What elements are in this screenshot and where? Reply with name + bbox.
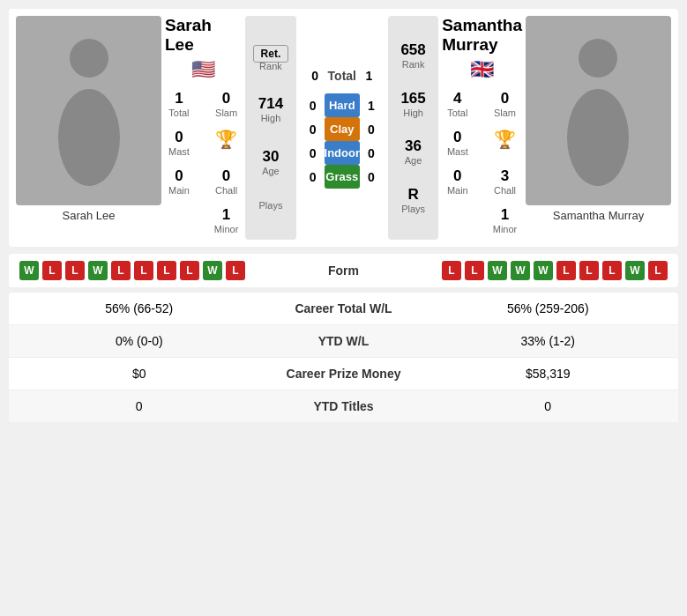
form-badge-L: L bbox=[111, 261, 131, 280]
surfaces-col: 0 Total 1 0 Hard 1 0 Clay 0 0 Indoor 0 0… bbox=[300, 16, 385, 240]
bottom-stats: 56% (66-52) Career Total W/L 56% (259-20… bbox=[9, 293, 678, 422]
center-panel: Ret. Rank 714 High 30 Age Plays bbox=[245, 16, 295, 240]
left-player-photo-col: Sarah Lee bbox=[16, 16, 161, 240]
svg-point-0 bbox=[70, 39, 108, 78]
left-chall-lbl: Chall bbox=[215, 185, 237, 196]
svg-point-2 bbox=[579, 39, 617, 78]
left-main-val: 0 bbox=[175, 167, 183, 185]
left-main-item: 0 Main bbox=[165, 162, 193, 201]
left-slam-item: 0 Slam bbox=[211, 85, 243, 123]
stat-right: 56% (259-206) bbox=[432, 301, 665, 315]
right-high-val: 165 bbox=[400, 90, 425, 108]
total-left: 0 bbox=[307, 69, 323, 83]
stat-left: 0 bbox=[23, 399, 256, 413]
form-right: LLWWWLLLWL bbox=[442, 261, 668, 280]
right-player-name-under: Samantha Murray bbox=[553, 209, 644, 222]
right-age-val: 36 bbox=[405, 137, 422, 155]
right-high-lbl: High bbox=[400, 108, 425, 118]
right-slam-val: 0 bbox=[501, 90, 509, 108]
stat-right: 0 bbox=[432, 399, 665, 413]
left-minor-val: 1 bbox=[222, 206, 230, 224]
form-label: Form bbox=[249, 263, 438, 278]
surface-row: 0 Hard 1 bbox=[305, 93, 379, 117]
left-trophy-icon: 🏆 bbox=[215, 129, 237, 150]
right-flag: 🇬🇧 bbox=[470, 58, 494, 81]
left-minor-item: 1 Minor bbox=[211, 201, 243, 240]
left-mast-item: 0 Mast bbox=[165, 123, 193, 162]
surface-row: 0 Grass 0 bbox=[305, 165, 379, 189]
right-slam-lbl: Slam bbox=[494, 108, 516, 118]
form-badge-W: W bbox=[625, 261, 645, 280]
center-plays-lbl: Plays bbox=[259, 200, 283, 211]
stat-center: Career Total W/L bbox=[256, 301, 432, 315]
stat-left: $0 bbox=[23, 367, 256, 381]
form-left: WLLWLLLLWL bbox=[19, 261, 245, 280]
center-plays-item: Plays bbox=[259, 200, 283, 211]
surface-right-score: 1 bbox=[363, 99, 379, 113]
svg-point-1 bbox=[58, 89, 120, 186]
left-total-val: 1 bbox=[175, 90, 183, 108]
left-mast-lbl: Mast bbox=[168, 146, 190, 157]
form-badge-W: W bbox=[488, 261, 507, 280]
right-rank-val: 658 bbox=[400, 41, 425, 59]
form-badge-L: L bbox=[579, 261, 599, 280]
right-trophy-item: 🏆 bbox=[489, 123, 521, 162]
left-player-photo bbox=[16, 16, 161, 205]
right-total-val: 4 bbox=[453, 90, 461, 108]
total-label: Total bbox=[328, 69, 356, 83]
right-chall-val: 3 bbox=[501, 167, 509, 185]
stat-left: 56% (66-52) bbox=[23, 301, 256, 315]
right-high-item: 165 High bbox=[400, 90, 425, 118]
surface-rows: 0 Hard 1 0 Clay 0 0 Indoor 0 0 Grass 0 bbox=[305, 93, 379, 189]
right-total-item: 4 Total bbox=[444, 85, 472, 123]
ret-label: Ret. bbox=[253, 45, 289, 63]
right-chall-item: 3 Chall bbox=[489, 162, 521, 201]
surface-right-score: 0 bbox=[363, 122, 379, 137]
center-rank-val: 714 bbox=[258, 95, 283, 113]
form-badge-W: W bbox=[534, 261, 553, 280]
right-info-col: Samantha Murray 🇬🇧 4 Total 0 Slam 0 Mast… bbox=[442, 16, 522, 240]
stat-center: YTD W/L bbox=[256, 334, 432, 348]
right-rank-item: 658 Rank bbox=[400, 41, 425, 70]
form-badge-L: L bbox=[602, 261, 622, 280]
surface-left-score: 0 bbox=[305, 146, 321, 160]
form-badge-L: L bbox=[42, 261, 62, 280]
left-info-col: Sarah Lee 🇺🇸 1 Total 0 Slam 0 Mast 🏆 bbox=[165, 16, 242, 240]
right-total-lbl: Total bbox=[447, 108, 467, 118]
right-player-photo bbox=[526, 16, 671, 205]
stat-row: 56% (66-52) Career Total W/L 56% (259-20… bbox=[9, 293, 678, 325]
left-silhouette bbox=[45, 32, 133, 190]
form-badge-L: L bbox=[226, 261, 245, 280]
right-trophy-icon: 🏆 bbox=[494, 129, 516, 150]
form-badge-L: L bbox=[556, 261, 576, 280]
top-area: Sarah Lee Sarah Lee 🇺🇸 1 Total 0 Slam 0 … bbox=[9, 9, 678, 247]
right-plays-val: R bbox=[401, 186, 425, 204]
center-age-val: 30 bbox=[262, 148, 280, 166]
form-row: WLLWLLLLWL Form LLWWWLLLWL bbox=[19, 261, 668, 280]
right-slam-item: 0 Slam bbox=[489, 85, 521, 123]
right-rank-lbl: Rank bbox=[400, 59, 425, 70]
surface-tag: Hard bbox=[325, 93, 360, 117]
right-minor-item: 1 Minor bbox=[489, 201, 521, 240]
right-age-item: 36 Age bbox=[405, 137, 422, 166]
stat-row: 0% (0-0) YTD W/L 33% (1-2) bbox=[9, 325, 678, 358]
surface-right-score: 0 bbox=[363, 170, 379, 184]
surface-left-score: 0 bbox=[305, 122, 321, 137]
form-badge-W: W bbox=[88, 261, 108, 280]
left-main-lbl: Main bbox=[168, 185, 190, 196]
center-age-item: 30 Age bbox=[262, 148, 280, 176]
right-mast-item: 0 Mast bbox=[444, 123, 472, 162]
right-main-item: 0 Main bbox=[444, 162, 472, 201]
surface-left-score: 0 bbox=[305, 99, 321, 113]
surface-row: 0 Indoor 0 bbox=[305, 141, 379, 165]
right-silhouette bbox=[554, 32, 642, 190]
left-chall-val: 0 bbox=[222, 167, 230, 185]
left-player-title: Sarah Lee bbox=[165, 16, 242, 55]
form-badge-W: W bbox=[19, 261, 39, 280]
left-flag: 🇺🇸 bbox=[191, 58, 215, 81]
right-minor-val: 1 bbox=[501, 206, 509, 224]
form-badge-L: L bbox=[442, 261, 461, 280]
right-minor-lbl: Minor bbox=[493, 224, 518, 234]
stat-row: $0 Career Prize Money $58,319 bbox=[9, 358, 678, 390]
surface-row: 0 Clay 0 bbox=[305, 117, 379, 141]
